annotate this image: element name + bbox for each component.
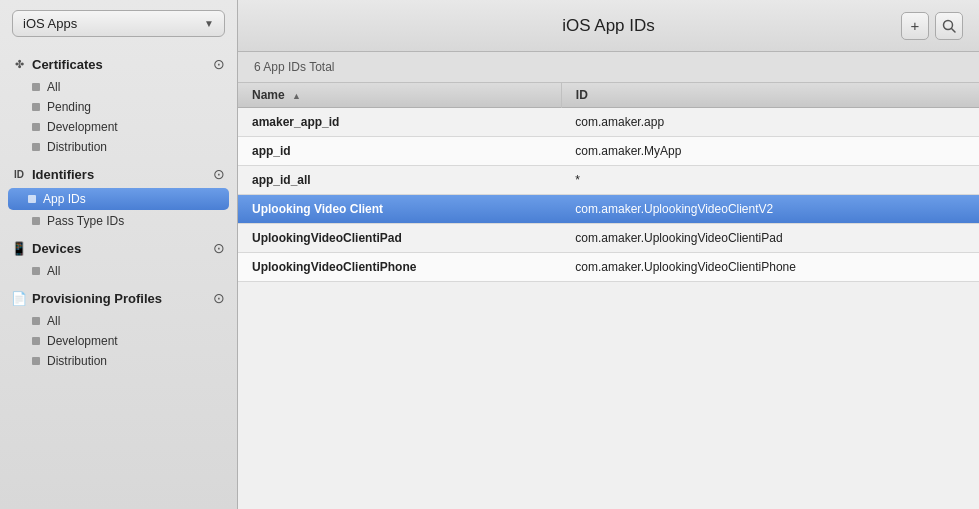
table-row[interactable]: app_id_all* xyxy=(238,166,979,195)
section-header-provisioning[interactable]: 📄 Provisioning Profiles ⊙ xyxy=(0,281,237,311)
add-button[interactable]: + xyxy=(901,12,929,40)
section-header-identifiers[interactable]: ID Identifiers ⊙ xyxy=(0,157,237,187)
sidebar-item-label: Distribution xyxy=(47,354,107,368)
section-label-certificates: Certificates xyxy=(32,57,213,72)
cell-app-name: UplookingVideoClientiPad xyxy=(238,224,561,253)
sidebar-item-label: Development xyxy=(47,120,118,134)
bullet-icon xyxy=(32,143,40,151)
sidebar-item-label: All xyxy=(47,80,60,94)
sidebar-item-label: Distribution xyxy=(47,140,107,154)
provisioning-chevron-icon: ⊙ xyxy=(213,290,225,306)
section-header-certificates[interactable]: ✤ Certificates ⊙ xyxy=(0,47,237,77)
dropdown-label: iOS Apps xyxy=(23,16,204,31)
section-label-provisioning: Provisioning Profiles xyxy=(32,291,213,306)
sidebar-item-provisioning-distribution[interactable]: Distribution xyxy=(0,351,237,371)
bullet-icon xyxy=(28,195,36,203)
dropdown-arrow-icon: ▼ xyxy=(204,18,214,29)
bullet-icon xyxy=(32,267,40,275)
certificates-chevron-icon: ⊙ xyxy=(213,56,225,72)
devices-icon: 📱 xyxy=(10,239,28,257)
bullet-icon xyxy=(32,357,40,365)
column-header-id[interactable]: ID xyxy=(561,83,979,108)
devices-chevron-icon: ⊙ xyxy=(213,240,225,256)
sidebar-item-devices-all[interactable]: All xyxy=(0,261,237,281)
bullet-icon xyxy=(32,103,40,111)
sidebar-item-label: All xyxy=(47,264,60,278)
sidebar-item-certificates-pending[interactable]: Pending xyxy=(0,97,237,117)
cell-app-id: com.amaker.UplookingVideoClientV2 xyxy=(561,195,979,224)
table-row[interactable]: Uplooking Video Clientcom.amaker.Uplooki… xyxy=(238,195,979,224)
sidebar-item-label: Pass Type IDs xyxy=(47,214,124,228)
svg-line-1 xyxy=(952,28,956,32)
table-row[interactable]: UplookingVideoClientiPadcom.amaker.Uploo… xyxy=(238,224,979,253)
bullet-icon xyxy=(32,123,40,131)
table-row[interactable]: UplookingVideoClientiPhonecom.amaker.Upl… xyxy=(238,253,979,282)
cell-app-id: com.amaker.MyApp xyxy=(561,137,979,166)
bullet-icon xyxy=(32,217,40,225)
certificates-icon: ✤ xyxy=(10,55,28,73)
cell-app-id: * xyxy=(561,166,979,195)
table-row[interactable]: app_idcom.amaker.MyApp xyxy=(238,137,979,166)
bullet-icon xyxy=(32,317,40,325)
column-header-name[interactable]: Name ▲ xyxy=(238,83,561,108)
main-content: iOS App IDs + 6 App IDs Total Name ▲ ID xyxy=(238,0,979,509)
bullet-icon xyxy=(32,83,40,91)
cell-app-name: amaker_app_id xyxy=(238,108,561,137)
sort-arrow-icon: ▲ xyxy=(292,91,301,101)
cell-app-name: app_id xyxy=(238,137,561,166)
cell-app-name: app_id_all xyxy=(238,166,561,195)
sidebar-item-provisioning-development[interactable]: Development xyxy=(0,331,237,351)
provisioning-icon: 📄 xyxy=(10,289,28,307)
identifiers-chevron-icon: ⊙ xyxy=(213,166,225,182)
cell-app-id: com.amaker.UplookingVideoClientiPad xyxy=(561,224,979,253)
cell-app-id: com.amaker.app xyxy=(561,108,979,137)
sidebar-item-app-ids[interactable]: App IDs xyxy=(8,188,229,210)
sidebar-item-label: All xyxy=(47,314,60,328)
section-label-devices: Devices xyxy=(32,241,213,256)
table-row[interactable]: amaker_app_idcom.amaker.app xyxy=(238,108,979,137)
sidebar-item-label: Development xyxy=(47,334,118,348)
ios-apps-dropdown[interactable]: iOS Apps ▼ xyxy=(12,10,225,37)
table-body: amaker_app_idcom.amaker.appapp_idcom.ama… xyxy=(238,108,979,282)
table-container: Name ▲ ID amaker_app_idcom.amaker.appapp… xyxy=(238,83,979,509)
sidebar-item-certificates-all[interactable]: All xyxy=(0,77,237,97)
sidebar-item-certificates-development[interactable]: Development xyxy=(0,117,237,137)
section-header-devices[interactable]: 📱 Devices ⊙ xyxy=(0,231,237,261)
app-ids-table: Name ▲ ID amaker_app_idcom.amaker.appapp… xyxy=(238,83,979,282)
header-buttons: + xyxy=(901,12,963,40)
table-header-row: Name ▲ ID xyxy=(238,83,979,108)
search-icon xyxy=(942,19,956,33)
sidebar: iOS Apps ▼ ✤ Certificates ⊙ All Pending … xyxy=(0,0,238,509)
sidebar-item-label: App IDs xyxy=(43,192,86,206)
cell-app-name: UplookingVideoClientiPhone xyxy=(238,253,561,282)
cell-app-name: Uplooking Video Client xyxy=(238,195,561,224)
sidebar-item-provisioning-all[interactable]: All xyxy=(0,311,237,331)
sidebar-item-certificates-distribution[interactable]: Distribution xyxy=(0,137,237,157)
page-title: iOS App IDs xyxy=(562,16,655,36)
search-button[interactable] xyxy=(935,12,963,40)
identifiers-icon: ID xyxy=(10,165,28,183)
section-label-identifiers: Identifiers xyxy=(32,167,213,182)
bullet-icon xyxy=(32,337,40,345)
sidebar-item-label: Pending xyxy=(47,100,91,114)
main-header: iOS App IDs + xyxy=(238,0,979,52)
sidebar-item-pass-type-ids[interactable]: Pass Type IDs xyxy=(0,211,237,231)
cell-app-id: com.amaker.UplookingVideoClientiPhone xyxy=(561,253,979,282)
subheader: 6 App IDs Total xyxy=(238,52,979,83)
